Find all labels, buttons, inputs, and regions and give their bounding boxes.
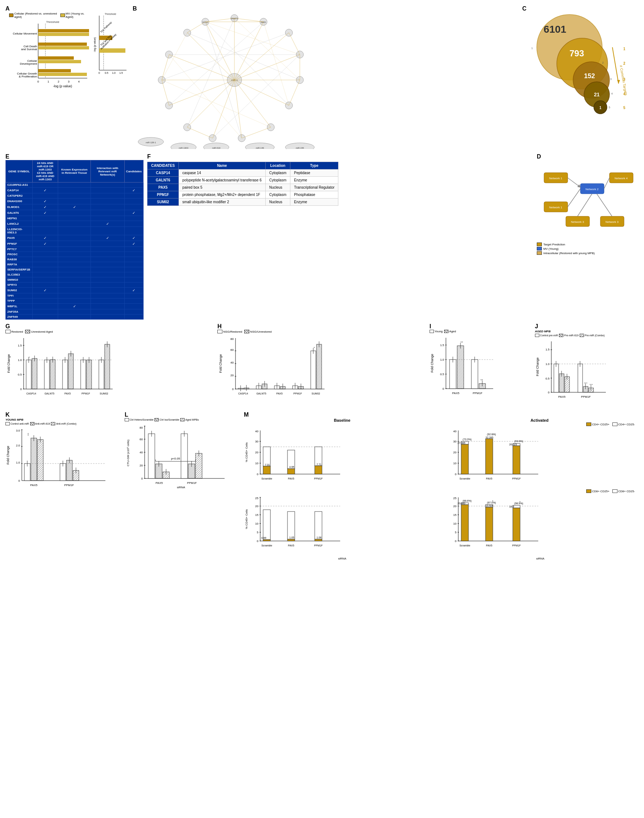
svg-rect-413	[315, 539, 322, 541]
svg-text:0: 0	[98, 72, 100, 74]
svg-line-59	[205, 22, 235, 80]
svg-text:PAX5: PAX5	[486, 477, 492, 480]
svg-text:siRNA: siRNA	[177, 486, 186, 489]
svg-text:miR-128-1: miR-128-1	[146, 141, 156, 144]
svg-text:& Proliferation: & Proliferation	[19, 75, 37, 78]
svg-rect-169	[68, 354, 74, 389]
panel-e: E GENE SYMBOL ≥4 hits AND miR-619 OR miR…	[5, 153, 144, 319]
svg-text:0: 0	[18, 479, 20, 482]
svg-text:miR-1303: miR-1303	[179, 147, 189, 149]
table-f: CANDIDATES Name Location Type CASP14 cas…	[147, 162, 338, 206]
panel-h: H NSG/Restored NSG/Unrestored 0 20 40 60	[217, 323, 426, 408]
panel-j-svg: 0 0.5 1.0 1.5 Fold Change PA	[535, 338, 608, 407]
svg-text:40: 40	[140, 451, 143, 454]
svg-text:PPM1F: PPM1F	[81, 392, 90, 395]
svg-line-83	[187, 127, 213, 138]
svg-text:2: 2	[58, 80, 60, 83]
panel-g: G Restored Unrestored Aged 0 0.5 1.0	[5, 323, 215, 408]
svg-text:1: 1	[48, 80, 49, 83]
panel-a-right-chart: Threshold 0 0.5 1.0 1.5 -log (p value)	[92, 12, 128, 94]
svg-line-88	[162, 33, 187, 80]
svg-line-63	[235, 55, 300, 80]
svg-line-148	[597, 194, 612, 216]
panel-f-d-container: D Network 1 Network 2 Network 1 Network …	[147, 153, 639, 319]
svg-text:0: 0	[20, 388, 22, 391]
panel-i-svg: 0 0.5 1.0 1.5 Fold Change PAX5 **	[429, 334, 495, 407]
svg-text:Network 3: Network 3	[571, 220, 584, 224]
svg-text:1.0: 1.0	[440, 358, 445, 361]
svg-rect-162	[32, 359, 37, 389]
svg-rect-414	[315, 511, 322, 539]
svg-text:% CD45+ Cells: % CD45+ Cells	[245, 442, 248, 462]
panel-d-svg: Network 1 Network 2 Network 1 Network 4 …	[537, 162, 639, 242]
svg-line-84	[242, 127, 271, 138]
panel-g-svg: 0 0.5 1.0 1.5 Fold Change CASP14	[5, 335, 115, 407]
panel-m-top-right: 0 10 20 30 40 Scramble	[442, 427, 639, 490]
svg-text:0: 0	[37, 80, 39, 83]
svg-line-68	[213, 80, 235, 138]
svg-text:20: 20	[230, 374, 234, 377]
panel-a-right-svg: Threshold 0 0.5 1.0 1.5 -log (p value)	[92, 12, 128, 85]
panel-i: I Young Aged 0 0.5	[429, 323, 533, 408]
svg-line-93	[169, 22, 264, 106]
svg-text:20: 20	[453, 505, 457, 508]
svg-text:1.05: 1.05	[289, 536, 294, 539]
svg-rect-352	[287, 469, 295, 474]
svg-text:40: 40	[453, 430, 457, 433]
svg-rect-294	[66, 460, 72, 480]
svg-rect-174	[99, 360, 104, 389]
svg-text:(88.6%): (88.6%)	[463, 500, 472, 502]
svg-text:(98.9%): (98.9%)	[514, 502, 523, 505]
svg-text:1: 1	[623, 47, 626, 51]
panel-j-label: J	[535, 323, 538, 330]
svg-text:***: ***	[589, 383, 593, 387]
panel-m-bottom-left-svg: 0 5 10 15 20 25 % CD45+	[244, 494, 342, 556]
svg-line-147	[578, 194, 592, 216]
svg-text:20: 20	[140, 464, 143, 467]
svg-text:5: 5	[609, 106, 610, 109]
panel-b: B miR-n	[133, 5, 518, 150]
svg-text:1: 1	[599, 106, 601, 110]
svg-line-96	[187, 33, 300, 80]
svg-text:Scramble: Scramble	[459, 544, 470, 547]
panel-a-left-svg: Threshold 0 1 2 3 4 -log (p value) Cellu…	[5, 20, 89, 93]
svg-rect-175	[105, 344, 110, 389]
svg-text:6101: 6101	[544, 24, 566, 35]
svg-line-74	[205, 18, 235, 22]
svg-rect-161	[26, 360, 31, 389]
svg-text:miR-155: miR-155	[296, 147, 304, 149]
panel-d: D Network 1 Network 2 Network 1 Network …	[537, 153, 639, 255]
svg-text:PPM1F: PPM1F	[314, 477, 322, 480]
svg-text:GALNT5: GALNT5	[44, 392, 54, 395]
svg-text:‡: ‡	[27, 433, 29, 436]
svg-rect-172	[86, 360, 92, 389]
svg-rect-165	[44, 360, 49, 389]
svg-text:% CD45+ Cells: % CD45+ Cells	[245, 510, 248, 529]
svg-rect-17	[38, 29, 89, 32]
svg-text:miR-146: miR-146	[256, 147, 264, 149]
table-e: GENE SYMBOL ≥4 hits AND miR-619 OR miR-1…	[5, 160, 144, 319]
svg-text:60: 60	[140, 438, 143, 441]
svg-text:15: 15	[453, 513, 457, 517]
svg-rect-166	[50, 359, 55, 389]
svg-text:Fold Change: Fold Change	[6, 446, 10, 465]
svg-text:5: 5	[455, 531, 457, 534]
svg-text:20.885: 20.885	[458, 502, 466, 505]
svg-line-86	[235, 18, 300, 80]
svg-rect-320	[181, 434, 187, 479]
svg-text:30: 30	[255, 440, 258, 443]
svg-text:miR-619: miR-619	[212, 147, 221, 149]
panel-b-label: B	[133, 5, 137, 12]
panel-m-bottom-right: 0 5 10 15 20 25	[442, 494, 639, 560]
svg-text:26.025: 26.025	[509, 443, 517, 446]
svg-text:PPM1F: PPM1F	[314, 544, 322, 547]
svg-text:5: 5	[623, 106, 626, 110]
svg-text:0.89: 0.89	[261, 537, 267, 539]
svg-text:0.5: 0.5	[18, 373, 22, 376]
svg-text:GALNT5: GALNT5	[257, 392, 267, 395]
svg-text:2: 2	[602, 61, 604, 64]
panel-a-left-chart: Cellular (Restored vs. unrestored aged) …	[5, 12, 89, 94]
svg-rect-261	[554, 364, 558, 392]
svg-line-89	[169, 55, 242, 138]
svg-line-98	[213, 55, 300, 138]
